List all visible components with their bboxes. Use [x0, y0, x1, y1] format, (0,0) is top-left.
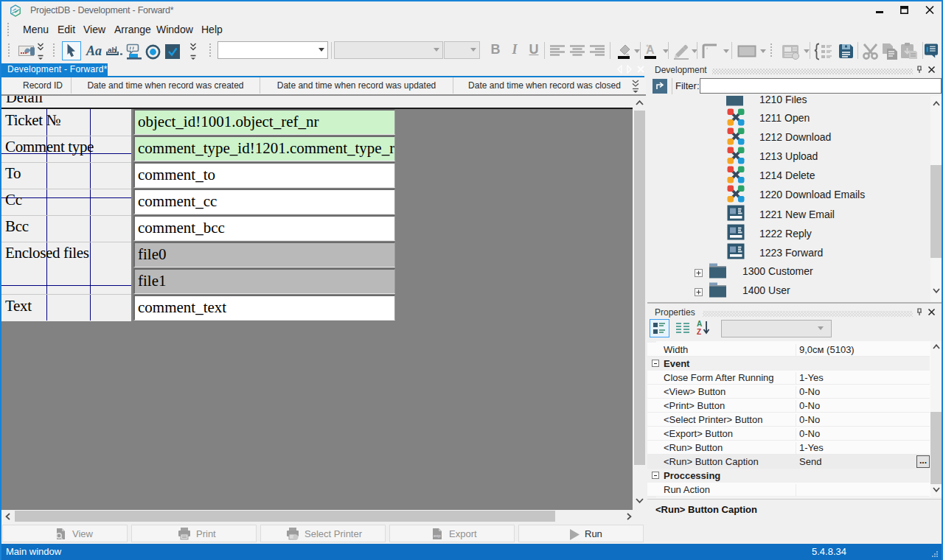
svg-text:exp: exp: [434, 533, 441, 538]
svg-text:A: A: [697, 320, 702, 328]
svg-text:Z: Z: [697, 328, 701, 336]
svg-text:ab: ab: [108, 46, 116, 55]
